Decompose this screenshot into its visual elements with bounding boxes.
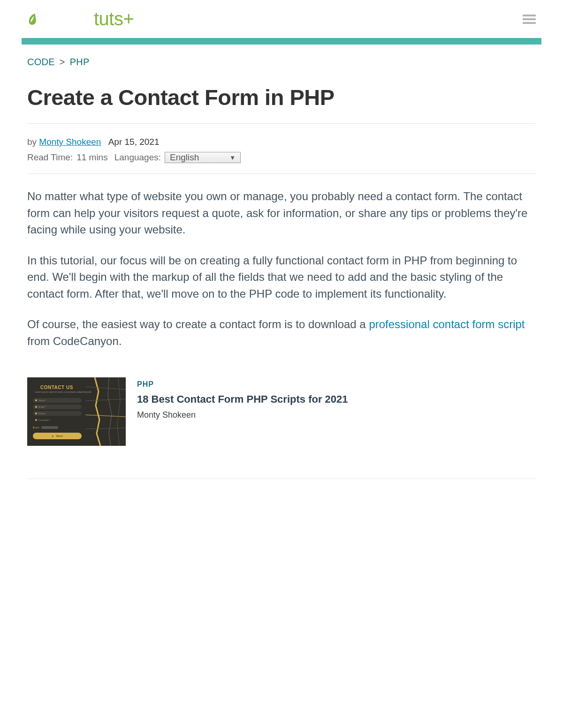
chevron-down-icon: ▼ (229, 154, 236, 161)
menu-icon[interactable] (523, 13, 536, 26)
article-byline: by Monty Shokeen Apr 15, 2021 (27, 137, 536, 147)
paragraph: No matter what type of website you own o… (27, 188, 536, 238)
svg-rect-0 (85, 377, 126, 446)
related-category: PHP (137, 380, 348, 389)
inline-link[interactable]: professional contact form script (369, 318, 525, 330)
read-time-label: Read Time: (27, 152, 73, 163)
paragraph: Of course, the easiest way to create a c… (27, 316, 536, 349)
divider (27, 123, 536, 124)
accent-bar (22, 38, 541, 45)
divider (27, 173, 536, 174)
by-label: by (27, 137, 37, 147)
selected-language: English (170, 152, 199, 163)
thumb-subtitle: Lorem ipsum dolor sit amet, consectetur … (35, 390, 91, 393)
related-thumbnail: CONTACT US Lorem ipsum dolor sit amet, c… (27, 377, 126, 446)
breadcrumb-php[interactable]: PHP (70, 57, 90, 67)
publish-date: Apr 15, 2021 (108, 137, 160, 147)
author-link[interactable]: Monty Shokeen (39, 137, 101, 147)
language-select[interactable]: English ▼ (165, 152, 241, 163)
map-graphic (85, 377, 126, 446)
related-article-card[interactable]: CONTACT US Lorem ipsum dolor sit amet, c… (27, 377, 536, 446)
paragraph: In this tutorial, our focus will be on c… (27, 252, 536, 302)
divider (27, 479, 536, 479)
thumb-field: Name * (33, 398, 82, 403)
thumb-captcha: 8+1= (33, 426, 58, 429)
related-info: PHP 18 Best Contact Form PHP Scripts for… (137, 377, 348, 446)
thumb-field: Comment * (33, 418, 82, 422)
breadcrumb: CODE > PHP (27, 57, 536, 68)
languages-label: Languages: (114, 152, 161, 163)
paragraph-text: Of course, the easiest way to create a c… (27, 318, 369, 330)
breadcrumb-code[interactable]: CODE (27, 57, 55, 67)
page-title: Create a Contact Form in PHP (27, 84, 536, 110)
envato-leaf-icon[interactable] (27, 13, 38, 26)
breadcrumb-separator: > (60, 57, 65, 67)
site-header: tuts+ (0, 0, 563, 38)
related-title: 18 Best Contact Form PHP Scripts for 202… (137, 393, 348, 405)
thumb-field: Email * (33, 405, 82, 409)
tuts-logo[interactable]: tuts+ (94, 8, 134, 30)
thumb-field: Phone (33, 411, 82, 416)
header-left: tuts+ (27, 8, 134, 30)
article-body: No matter what type of website you own o… (27, 188, 536, 349)
thumb-send-button: ✈Send (33, 433, 82, 439)
article-meta: Read Time: 11 mins Languages: English ▼ (27, 152, 536, 163)
thumb-title: CONTACT US (40, 385, 73, 390)
paragraph-text: from CodeCanyon. (27, 335, 122, 347)
read-time-value: 11 mins (76, 152, 108, 163)
related-author: Monty Shokeen (137, 410, 348, 420)
